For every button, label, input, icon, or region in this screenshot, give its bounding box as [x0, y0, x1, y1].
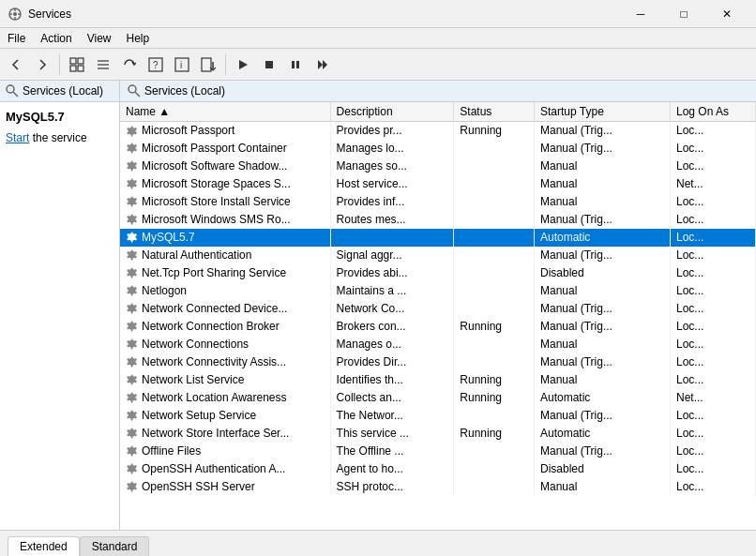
service-desc-cell: The Offline ... [330, 443, 454, 460]
table-row[interactable]: Microsoft Store Install ServiceProvides … [120, 193, 756, 211]
table-row[interactable]: Offline FilesThe Offline ...Manual (Trig… [120, 443, 756, 460]
service-desc-cell: Manages o... [330, 336, 454, 353]
service-name-cell: Microsoft Passport Container [120, 140, 330, 158]
service-name-cell: Network Setup Service [120, 407, 330, 425]
start-service-button[interactable] [231, 53, 255, 77]
service-logon-cell: Loc... [670, 300, 755, 318]
service-desc-cell: Collects an... [330, 389, 454, 407]
bottom-tabs: Extended Standard [0, 530, 756, 556]
service-desc-cell: The Networ... [330, 407, 454, 425]
col-header-name[interactable]: Name ▲ [120, 102, 330, 122]
col-header-startup[interactable]: Startup Type [535, 102, 671, 122]
service-gear-icon [126, 125, 139, 138]
service-desc-cell: Manages so... [330, 158, 454, 175]
list-button[interactable] [91, 53, 115, 77]
service-gear-icon [126, 213, 139, 226]
table-row[interactable]: OpenSSH SSH ServerSSH protoc...ManualLoc… [120, 478, 756, 496]
service-startup-cell: Manual (Trig... [535, 140, 671, 158]
service-status-cell [454, 158, 535, 175]
svg-rect-9 [78, 66, 83, 71]
table-row[interactable]: Network Location AwarenessCollects an...… [120, 389, 756, 407]
col-header-desc[interactable]: Description [330, 102, 454, 122]
service-logon-cell: Loc... [670, 425, 755, 443]
service-gear-icon [126, 177, 139, 190]
export-button[interactable] [196, 53, 220, 77]
table-row[interactable]: Net.Tcp Port Sharing ServiceProvides abi… [120, 264, 756, 282]
info-button[interactable]: i [170, 53, 194, 77]
service-desc-cell: Identifies th... [330, 371, 454, 389]
stop-service-button[interactable] [257, 53, 281, 77]
services-table[interactable]: Name ▲ Description Status Startup Type L… [120, 102, 756, 530]
service-logon-cell: Loc... [670, 211, 755, 229]
svg-rect-20 [265, 61, 273, 68]
svg-marker-19 [239, 60, 248, 69]
tab-extended[interactable]: Extended [8, 536, 80, 556]
service-name-cell: Network Connections [120, 336, 330, 353]
service-name-cell: Network List Service [120, 371, 330, 389]
table-row[interactable]: Microsoft Windows SMS Ro...Routes mes...… [120, 211, 756, 229]
service-startup-cell: Manual [535, 371, 671, 389]
help-icon-button[interactable]: ? [144, 53, 168, 77]
table-row[interactable]: Network Connection BrokerBrokers con...R… [120, 318, 756, 336]
close-button[interactable]: ✕ [705, 0, 748, 28]
service-status-cell [454, 443, 535, 460]
svg-point-27 [129, 85, 136, 93]
separator-1 [59, 54, 60, 75]
table-row[interactable]: Network Connectivity Assis...Provides Di… [120, 353, 756, 371]
table-row[interactable]: Microsoft Software Shadow...Manages so..… [120, 158, 756, 175]
service-status-cell [454, 193, 535, 211]
start-service-link[interactable]: Start [6, 131, 29, 144]
svg-rect-21 [292, 61, 295, 68]
refresh-button[interactable] [117, 53, 142, 77]
menu-help[interactable]: Help [119, 30, 158, 47]
service-gear-icon [126, 231, 139, 244]
service-status-cell: Running [454, 122, 535, 140]
col-header-status[interactable]: Status [454, 102, 535, 122]
service-logon-cell: Net... [670, 389, 755, 407]
service-gear-icon [126, 444, 139, 458]
service-startup-cell: Manual [535, 336, 671, 353]
restart-service-button[interactable] [310, 53, 334, 77]
service-gear-icon [126, 284, 139, 297]
maximize-button[interactable]: □ [662, 0, 705, 28]
minimize-button[interactable]: ─ [619, 0, 662, 28]
service-startup-cell: Automatic [535, 229, 671, 247]
table-row[interactable]: Network ConnectionsManages o...ManualLoc… [120, 336, 756, 353]
tab-standard[interactable]: Standard [80, 536, 150, 556]
menu-file[interactable]: File [0, 30, 33, 47]
forward-button[interactable] [30, 53, 54, 77]
menu-action[interactable]: Action [33, 30, 79, 47]
service-name-cell: Netlogon [120, 282, 330, 300]
table-row[interactable]: MySQL5.7AutomaticLoc... [120, 229, 756, 247]
content-search-icon [128, 84, 141, 98]
show-hide-button[interactable] [65, 53, 89, 77]
table-row[interactable]: Microsoft Storage Spaces S...Host servic… [120, 175, 756, 193]
title-bar: Services ─ □ ✕ [0, 0, 756, 28]
pause-service-button[interactable] [283, 53, 308, 77]
svg-line-28 [135, 92, 140, 97]
menu-view[interactable]: View [80, 30, 119, 47]
table-row[interactable]: Microsoft PassportProvides pr...RunningM… [120, 122, 756, 140]
back-button[interactable] [4, 53, 28, 77]
table-row[interactable]: Network Connected Device...Network Co...… [120, 300, 756, 318]
service-status-cell [454, 229, 535, 247]
service-desc-cell: Provides abi... [330, 264, 454, 282]
service-startup-cell: Manual [535, 193, 671, 211]
svg-text:?: ? [153, 60, 159, 70]
service-gear-icon [126, 338, 139, 351]
table-row[interactable]: NetlogonMaintains a ...ManualLoc... [120, 282, 756, 300]
service-startup-cell: Manual [535, 158, 671, 175]
table-row[interactable]: Microsoft Passport ContainerManages lo..… [120, 140, 756, 158]
table-row[interactable]: Network List ServiceIdentifies th...Runn… [120, 371, 756, 389]
toolbar: ? i [0, 49, 756, 81]
service-gear-icon [126, 195, 139, 208]
sidebar-action-area: Start the service [6, 131, 113, 144]
table-row[interactable]: Network Setup ServiceThe Networ...Manual… [120, 407, 756, 425]
table-row[interactable]: Natural AuthenticationSignal aggr...Manu… [120, 247, 756, 264]
service-status-cell [454, 175, 535, 193]
table-row[interactable]: Network Store Interface Ser...This servi… [120, 425, 756, 443]
sidebar-header: Services (Local) [0, 81, 119, 102]
col-header-logon[interactable]: Log On As [670, 102, 755, 122]
table-row[interactable]: OpenSSH Authentication A...Agent to ho..… [120, 460, 756, 478]
service-gear-icon [126, 142, 139, 155]
